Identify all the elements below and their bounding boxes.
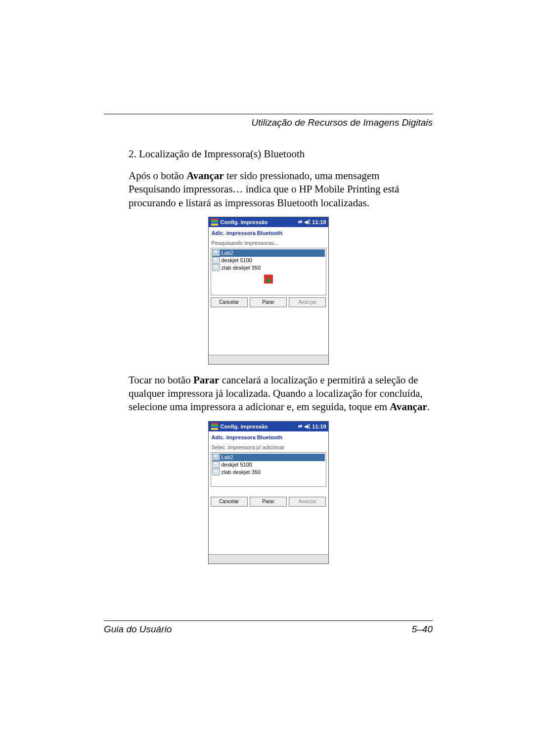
printer-icon (212, 469, 220, 475)
titlebar-1: Config. impressão ⇄ ◀ξ 11:18 (209, 217, 328, 227)
paragraph-1: Após o botão Avançar ter sido pressionad… (129, 169, 433, 210)
tray-icons-2: ⇄ ◀ξ 11:19 (298, 422, 326, 431)
blank-area-2 (209, 509, 328, 554)
window-title-2: Config. impressão (221, 422, 298, 431)
list-item[interactable]: deskjet 5100 (212, 257, 325, 264)
pda-screenshot-1: Config. impressão ⇄ ◀ξ 11:18 Adic. impre… (208, 217, 329, 365)
item-label: Lab2 (222, 454, 233, 460)
instruction-1: Pesquisando impressoras... (209, 240, 328, 248)
start-icon[interactable] (211, 218, 219, 226)
blank-area-1 (209, 309, 328, 355)
para1-pre: Após o botão (129, 170, 186, 182)
para2-pre: Tocar no botão (129, 374, 193, 386)
item-label: zlab deskjet 350 (222, 265, 261, 271)
stop-button[interactable]: Parar (250, 497, 287, 507)
para1-bold: Avançar (186, 170, 223, 182)
next-button: Avançar (289, 497, 326, 507)
searching-animation-icon (212, 275, 325, 284)
next-button: Avançar (289, 297, 326, 307)
para2-bold2: Avançar (390, 401, 427, 413)
footer-left: Guia do Usuário (104, 624, 172, 635)
page: Utilização de Recursos de Imagens Digita… (0, 0, 534, 756)
step-heading: 2. Localização de Impressora(s) Bluetoot… (129, 148, 433, 160)
sound-icon[interactable]: ◀ξ (304, 217, 310, 227)
window-title-1: Config. impressão (221, 217, 298, 227)
page-footer: Guia do Usuário 5–40 (104, 620, 433, 635)
screen-subtitle-2: Adic. impressora Bluetooth (209, 431, 328, 444)
cancel-button[interactable]: Cancelar (211, 497, 248, 507)
titlebar-2: Config. impressão ⇄ ◀ξ 11:19 (209, 422, 328, 431)
para2-bold1: Parar (193, 374, 219, 386)
step-text: Localização de Impressora(s) Bluetooth (139, 148, 305, 160)
list-item[interactable]: deskjet 5100 (212, 461, 325, 469)
item-label: deskjet 5100 (222, 462, 252, 468)
sound-icon[interactable]: ◀ξ (304, 422, 310, 431)
item-label: deskjet 5100 (222, 257, 252, 263)
list-item[interactable]: Lab2 (212, 454, 325, 461)
footer-right: 5–40 (412, 624, 433, 635)
screenshot-2-wrap: Config. impressão ⇄ ◀ξ 11:19 Adic. impre… (104, 421, 433, 564)
item-label: Lab2 (222, 250, 233, 256)
connection-icon[interactable]: ⇄ (298, 217, 302, 227)
screenshot-1-wrap: Config. impressão ⇄ ◀ξ 11:18 Adic. impre… (104, 217, 433, 365)
printer-icon (212, 264, 220, 271)
list-item[interactable]: zlab deskjet 350 (212, 469, 325, 476)
printer-icon (212, 461, 220, 468)
sip-bar-2[interactable] (209, 554, 328, 564)
header-rule (104, 114, 433, 114)
list-item[interactable]: zlab deskjet 350 (212, 264, 325, 272)
printer-icon (212, 257, 220, 264)
list-item[interactable]: Lab2 (212, 249, 325, 257)
tray-icons-1: ⇄ ◀ξ 11:18 (298, 217, 326, 227)
clock-2: 11:19 (312, 422, 326, 431)
button-row-2: Cancelar Parar Avançar (209, 495, 328, 509)
footer-rule (104, 620, 433, 621)
printer-icon (212, 249, 220, 256)
item-label: zlab deskjet 350 (222, 469, 261, 475)
connection-icon[interactable]: ⇄ (298, 422, 302, 431)
para2-post: . (427, 401, 430, 413)
printer-listbox-1[interactable]: Lab2 deskjet 5100 zlab deskjet 350 (211, 248, 326, 295)
stop-button[interactable]: Parar (250, 297, 287, 307)
chapter-title: Utilização de Recursos de Imagens Digita… (104, 117, 433, 128)
clock-1: 11:18 (312, 217, 326, 227)
step-number: 2. (129, 148, 136, 160)
button-row-1: Cancelar Parar Avançar (209, 295, 328, 309)
screen-subtitle-1: Adic. impressora Bluetooth (209, 227, 328, 240)
start-icon[interactable] (211, 423, 219, 430)
sip-bar-1[interactable] (209, 355, 328, 364)
instruction-2: Selec. impressora p/ adicionar (209, 444, 328, 452)
cancel-button[interactable]: Cancelar (211, 297, 248, 307)
pda-screenshot-2: Config. impressão ⇄ ◀ξ 11:19 Adic. impre… (208, 421, 329, 564)
printer-icon (212, 454, 220, 461)
printer-listbox-2[interactable]: Lab2 deskjet 5100 zlab deskjet 350 (211, 452, 326, 487)
paragraph-2: Tocar no botão Parar cancelará a localiz… (129, 374, 433, 414)
